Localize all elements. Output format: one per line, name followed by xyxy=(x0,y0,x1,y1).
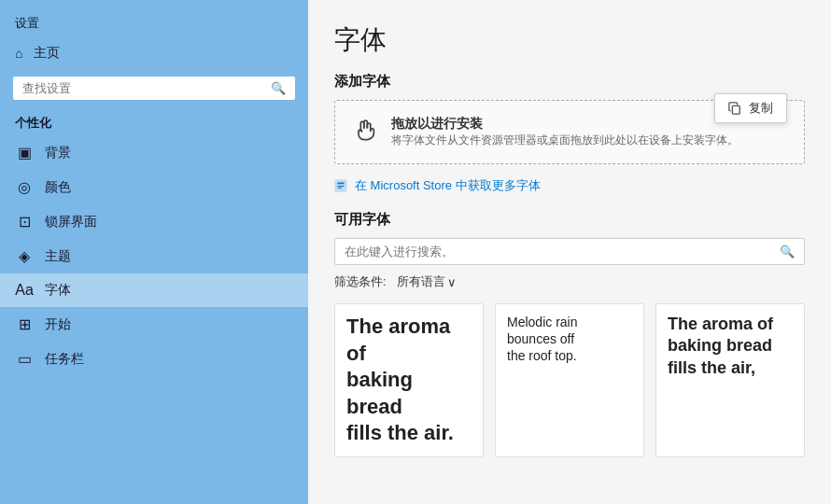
lockscreen-icon: ⊡ xyxy=(15,213,34,231)
drop-zone[interactable]: 拖放以进行安装 将字体文件从文件资源管理器或桌面拖放到此处以在设备上安装字体。 … xyxy=(334,100,805,164)
sidebar-item-label: 任务栏 xyxy=(45,351,84,368)
sidebar-item-label: 背景 xyxy=(45,145,71,161)
font-preview-text-1: The aroma ofbaking breadfills the air. xyxy=(346,314,472,447)
theme-icon: ◈ xyxy=(15,247,34,265)
copy-icon xyxy=(728,102,741,115)
sidebar-item-home[interactable]: ⌂ 主页 xyxy=(0,35,308,71)
background-icon: ▣ xyxy=(15,144,34,161)
settings-search-input[interactable] xyxy=(22,81,265,95)
sidebar-item-label: 开始 xyxy=(45,316,71,333)
sidebar-item-taskbar[interactable]: ▭ 任务栏 xyxy=(0,342,308,376)
copy-label: 复制 xyxy=(749,100,773,117)
filter-row: 筛选条件: 所有语言 ∨ xyxy=(334,274,805,290)
copy-tooltip[interactable]: 复制 xyxy=(714,93,787,123)
sidebar-item-label: 字体 xyxy=(45,282,71,299)
font-preview-text-2: Melodic rainbounces offthe roof top. xyxy=(507,314,632,365)
page-title: 字体 xyxy=(334,22,805,58)
store-link-text: 在 Microsoft Store 中获取更多字体 xyxy=(355,177,541,194)
font-card-2[interactable]: Melodic rainbounces offthe roof top. xyxy=(495,303,644,457)
sidebar-item-start[interactable]: ⊞ 开始 xyxy=(0,307,308,342)
sidebar-item-label: 主题 xyxy=(45,248,71,265)
sidebar-item-label: 颜色 xyxy=(45,179,71,196)
font-card-3[interactable]: The aroma ofbaking breadfills the air, xyxy=(655,303,805,457)
sidebar-item-color[interactable]: ◎ 颜色 xyxy=(0,170,308,204)
filter-chevron-icon: ∨ xyxy=(447,275,457,289)
search-icon: 🔍 xyxy=(271,81,286,95)
font-preview-text-3: The aroma ofbaking breadfills the air, xyxy=(668,314,793,379)
filter-value: 所有语言 xyxy=(397,274,445,290)
sidebar-item-theme[interactable]: ◈ 主题 xyxy=(0,239,308,273)
svg-rect-0 xyxy=(732,105,739,114)
font-card-1[interactable]: The aroma ofbaking breadfills the air. xyxy=(334,303,484,457)
filter-dropdown[interactable]: 所有语言 ∨ xyxy=(397,274,457,290)
main-content: 字体 添加字体 拖放以进行安装 将字体文件从文件资源管理器或桌面拖放到此处以在设… xyxy=(308,0,831,504)
sidebar-home-label: 主页 xyxy=(34,45,60,62)
font-icon: Aa xyxy=(15,282,34,299)
drop-zone-main-text: 拖放以进行安装 xyxy=(391,116,739,133)
settings-search-box: 🔍 xyxy=(13,77,295,100)
font-preview-grid: The aroma ofbaking breadfills the air. M… xyxy=(334,303,805,457)
settings-title: 设置 xyxy=(0,7,308,35)
home-icon: ⌂ xyxy=(15,46,22,61)
color-icon: ◎ xyxy=(15,178,34,196)
filter-label: 筛选条件: xyxy=(334,274,386,290)
font-search-icon: 🔍 xyxy=(780,245,795,259)
font-search-box: 🔍 xyxy=(334,238,805,265)
sidebar-item-label: 锁屏界面 xyxy=(45,214,97,231)
font-search-input[interactable] xyxy=(345,245,774,259)
taskbar-icon: ▭ xyxy=(15,350,34,368)
drop-zone-sub-text: 将字体文件从文件资源管理器或桌面拖放到此处以在设备上安装字体。 xyxy=(391,133,739,148)
sidebar-item-background[interactable]: ▣ 背景 xyxy=(0,135,308,170)
drop-zone-text: 拖放以进行安装 将字体文件从文件资源管理器或桌面拖放到此处以在设备上安装字体。 xyxy=(391,116,739,148)
sidebar: 设置 ⌂ 主页 🔍 个性化 ▣ 背景 ◎ 颜色 ⊡ 锁屏界面 ◈ 主题 Aa 字… xyxy=(0,0,308,504)
add-font-heading: 添加字体 xyxy=(334,73,805,91)
sidebar-item-lockscreen[interactable]: ⊡ 锁屏界面 xyxy=(0,204,308,239)
store-link[interactable]: 在 Microsoft Store 中获取更多字体 xyxy=(334,177,805,194)
start-icon: ⊞ xyxy=(15,315,34,333)
sidebar-item-font[interactable]: Aa 字体 xyxy=(0,273,308,307)
sidebar-section-title: 个性化 xyxy=(0,105,308,135)
drop-zone-icon xyxy=(352,117,378,148)
available-fonts-heading: 可用字体 xyxy=(334,211,805,229)
store-icon xyxy=(334,179,347,192)
